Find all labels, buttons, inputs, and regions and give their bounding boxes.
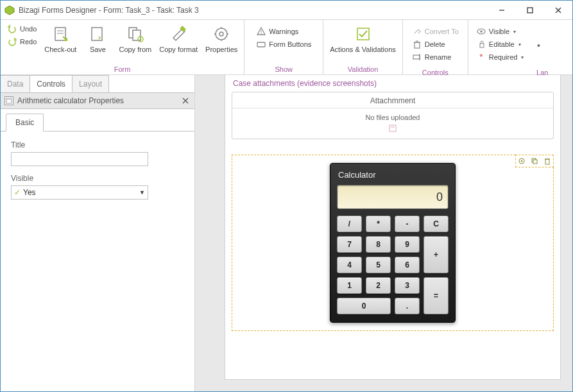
calc-clear-button[interactable]: C <box>423 216 449 232</box>
svg-rect-38 <box>389 125 396 132</box>
selection-copy-button[interactable] <box>529 155 540 167</box>
redo-icon <box>7 37 17 47</box>
undo-button[interactable]: Undo <box>4 22 39 35</box>
save-icon <box>87 24 108 44</box>
ribbon-group-validation-label: Validation <box>323 65 402 74</box>
svg-point-16 <box>219 32 223 36</box>
checkout-icon <box>50 24 71 44</box>
attachment-empty-text: No files uploaded <box>237 111 548 123</box>
visible-button[interactable]: Visible▾ <box>474 25 527 38</box>
copy-from-button[interactable]: + Copy from <box>115 21 155 64</box>
properties-panel-close-button[interactable] <box>180 96 191 106</box>
copy-format-button[interactable]: Copy format <box>155 21 201 64</box>
calc-subtract-button[interactable]: - <box>395 216 420 232</box>
svg-rect-8 <box>92 28 102 40</box>
window-title: Bizagi Forms Designer - Form: Task_3 - T… <box>19 6 488 15</box>
visible-icon <box>476 26 486 37</box>
editable-button[interactable]: Editable▾ <box>474 38 527 51</box>
window-minimize-button[interactable] <box>488 1 516 20</box>
calc-divide-button[interactable]: / <box>337 216 362 232</box>
rename-button[interactable]: Rename <box>409 51 461 64</box>
svg-rect-25 <box>357 28 369 40</box>
properties-button[interactable]: Properties <box>201 21 241 64</box>
app-icon <box>4 5 15 15</box>
ribbon-group-show-label: Show <box>244 65 323 74</box>
calc-multiply-button[interactable]: * <box>366 216 391 232</box>
chevron-down-icon: ▾ <box>513 29 516 35</box>
field-title-label: Title <box>11 141 184 149</box>
calc-6-button[interactable]: 6 <box>395 257 420 273</box>
chevron-down-icon: ▾ <box>518 42 521 47</box>
calc-3-button[interactable]: 3 <box>395 277 420 294</box>
more-icon: • <box>537 40 540 51</box>
save-button[interactable]: Save <box>80 21 115 64</box>
calc-4-button[interactable]: 4 <box>337 257 362 273</box>
left-sidebar: Data Controls Layout Arithmetic calculat… <box>1 75 195 391</box>
window-maximize-button[interactable] <box>516 1 544 20</box>
calc-2-button[interactable]: 2 <box>366 277 391 294</box>
actions-validations-icon <box>353 24 373 44</box>
svg-text:+: + <box>139 37 142 42</box>
actions-validations-button[interactable]: Actions & Validations <box>326 21 400 64</box>
field-visible-value: Yes <box>23 188 139 197</box>
calculator-small-icon <box>4 96 13 105</box>
form-canvas-area[interactable]: Case attachments (evidence screenshots) … <box>195 75 572 391</box>
calc-5-button[interactable]: 5 <box>366 257 391 273</box>
calc-decimal-button[interactable]: . <box>395 298 420 314</box>
svg-rect-44 <box>545 159 549 164</box>
tab-data[interactable]: Data <box>1 75 30 92</box>
upload-icon <box>237 123 548 135</box>
calc-7-button[interactable]: 7 <box>337 236 362 253</box>
svg-rect-43 <box>533 160 537 164</box>
required-icon: * <box>476 52 486 62</box>
properties-panel-header: Arithmetic calculator Properties <box>1 93 194 109</box>
required-button[interactable]: * Required▾ <box>474 51 527 64</box>
field-visible-select[interactable]: ✓ Yes ▼ <box>11 185 148 200</box>
calc-9-button[interactable]: 9 <box>395 236 420 253</box>
svg-point-15 <box>216 28 227 40</box>
selected-control-region[interactable]: Calculator 0 / * - C 7 8 9 + 4 5 6 <box>232 155 554 331</box>
tab-layout[interactable]: Layout <box>73 75 109 92</box>
editable-icon <box>476 39 486 49</box>
redo-button[interactable]: Redo <box>4 35 39 48</box>
sidebar-tabs: Data Controls Layout <box>1 75 194 93</box>
selection-toolbar <box>515 155 554 167</box>
properties-tab-basic[interactable]: Basic <box>6 114 44 132</box>
selection-delete-button[interactable] <box>542 155 553 167</box>
attachment-control[interactable]: Attachmment No files uploaded <box>232 92 554 139</box>
form-buttons-button[interactable]: Form Buttons <box>253 38 314 51</box>
calc-equals-button[interactable]: = <box>423 277 449 314</box>
copy-from-icon: + <box>125 24 146 44</box>
calculator-title: Calculator <box>337 169 449 185</box>
svg-point-23 <box>261 33 262 34</box>
field-title-input[interactable] <box>11 152 148 166</box>
delete-button[interactable]: Delete <box>409 38 461 51</box>
window-close-button[interactable] <box>544 1 572 20</box>
svg-rect-26 <box>415 42 420 48</box>
convert-to-icon <box>412 26 422 37</box>
checkout-button[interactable]: Check-out <box>40 21 80 64</box>
chevron-down-icon: ▼ <box>139 189 145 196</box>
undo-icon <box>7 24 17 34</box>
calc-add-button[interactable]: + <box>423 236 449 273</box>
convert-to-button[interactable]: Convert To <box>409 25 461 38</box>
properties-icon <box>211 24 232 44</box>
svg-point-41 <box>521 160 523 162</box>
svg-rect-33 <box>480 44 484 47</box>
warnings-button[interactable]: Warnings <box>253 25 314 38</box>
section-title: Case attachments (evidence screenshots) <box>232 75 554 92</box>
svg-point-32 <box>480 30 483 33</box>
calc-8-button[interactable]: 8 <box>366 236 391 253</box>
ribbon-overflow-button[interactable]: • <box>529 21 548 64</box>
selection-settings-button[interactable] <box>516 155 527 167</box>
calc-1-button[interactable]: 1 <box>337 277 362 294</box>
check-icon: ✓ <box>14 188 21 197</box>
svg-marker-0 <box>5 6 14 15</box>
ribbon: Undo Redo Check-out Save + Copy from <box>1 20 572 75</box>
tab-controls[interactable]: Controls <box>30 75 73 92</box>
delete-icon <box>412 39 422 49</box>
svg-rect-34 <box>6 98 12 103</box>
calc-0-button[interactable]: 0 <box>337 298 391 314</box>
calculator-widget: Calculator 0 / * - C 7 8 9 + 4 5 6 <box>330 163 456 323</box>
svg-rect-24 <box>257 42 265 47</box>
